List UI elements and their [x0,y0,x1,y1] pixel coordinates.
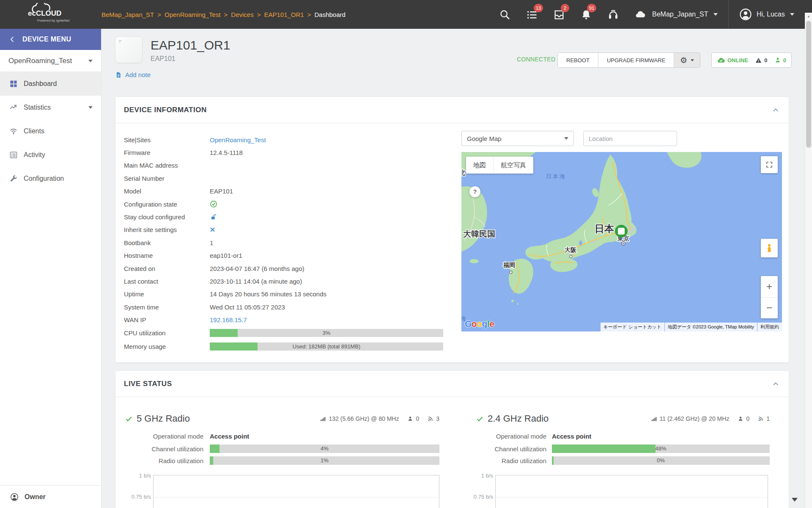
clients-count: 0 [783,57,786,64]
topbar-divider [728,0,729,29]
cloud-check-icon [717,56,725,64]
info-row: Serial Number [124,172,462,185]
site-selector[interactable]: OpenRoaming_Test [0,50,101,72]
map-help-button[interactable]: ? [469,186,480,197]
google-map[interactable]: 日本海 大韓民国 北 海 日本 東京 大阪 福岡 [461,152,782,331]
radio-5ghz-throughput-chart [153,475,439,508]
add-note-link[interactable]: Add note [115,71,151,78]
sidebar-item-activity[interactable]: Activity [0,143,101,167]
owner-label: Owner [25,493,46,501]
radio-channel-info: 11 (2.462 GHz) @ 20 MHz [660,415,730,422]
breadcrumb-link[interactable]: Devices [231,11,253,18]
google-logo[interactable]: Google [465,319,494,329]
radio-utilization-bar: 0% [552,456,770,465]
map-type-map-button[interactable]: 地図 [466,157,493,174]
unlock-icon[interactable] [210,213,217,221]
scrollbar-up-arrow-icon[interactable]: ▲ [805,13,812,20]
config-state-check-icon [210,200,217,208]
device-information-panel: DEVICE INFORMATION Site|SitesOpenRoaming… [115,97,789,363]
panel-title: DEVICE INFORMATION [124,106,207,114]
zoom-in-button[interactable]: + [761,276,778,298]
warning-triangle-icon [755,57,762,64]
sidebar-item-clients[interactable]: Clients [0,119,101,143]
breadcrumb-link[interactable]: EAP101_OR1 [264,11,304,18]
breadcrumb: BeMap_Japan_ST > OpenRoaming_Test > Devi… [102,0,346,29]
chevron-up-icon [772,106,779,114]
map-canvas: 日本海 大韓民国 北 海 日本 東京 大阪 福岡 [461,152,782,331]
device-menu-header[interactable]: DEVICE MENU [0,29,101,50]
eccloud-logo[interactable]: ecCLOUD Powered by IgniteNet [22,3,94,26]
memory-progress-text: Used: 182MB (total 891MB) [210,342,443,351]
info-row: System timeWed Oct 11 05:05:27 2023 [124,301,462,313]
chevron-down-icon [691,59,694,61]
task-list-badge: 13 [534,4,543,12]
pegman-button[interactable] [761,239,778,257]
radio-meta: 132 (5.66 GHz) @ 80 MHz 0 3 [320,415,439,422]
signal-bars-icon [320,416,326,422]
breadcrumb-link[interactable]: OpenRoaming_Test [165,11,221,18]
upgrade-firmware-button[interactable]: UPGRADE FIRMWARE [598,53,674,67]
terms-link[interactable]: 利用規約 [757,323,782,331]
keyboard-shortcuts-link[interactable]: キーボード ショートカット [601,323,664,331]
sidebar-item-dashboard[interactable]: Dashboard [0,72,101,96]
breadcrumb-link[interactable]: BeMap_Japan_ST [102,11,154,18]
logo-tagline: Powered by IgniteNet [37,19,70,22]
sidebar-item-owner[interactable]: Owner [0,485,101,508]
collapse-panel-button[interactable] [771,105,780,115]
user-greeting: Hi, Lucas [757,11,785,18]
caret-down-icon[interactable] [792,498,798,502]
owner-person-icon [10,493,19,501]
search-icon[interactable] [499,9,511,21]
sidebar-item-statistics[interactable]: Statistics [0,96,101,119]
page-scrollbar[interactable]: ▲ [805,13,812,508]
info-row: Inherit site settings [124,224,462,236]
device-location-marker[interactable] [615,225,628,237]
map-label-osaka: 大阪 [565,246,577,253]
memory-progress-bar: Used: 182MB (total 891MB) [210,342,443,351]
site-link[interactable]: OpenRoaming_Test [210,136,266,144]
operational-mode-row: Operational mode Access point [125,430,439,442]
logo-text: ecCLOUD [28,9,61,17]
collapse-panel-button[interactable] [771,379,780,389]
scrollbar-thumb[interactable] [806,21,811,148]
radio-clients-count: 0 [416,415,419,422]
map-provider-value: Google Map [467,135,502,142]
sidebar-item-configuration[interactable]: Configuration [0,167,101,190]
dashboard-icon [9,80,18,88]
info-row: WAN IP192.168.15.7 [124,313,462,326]
inbox-badge: 2 [561,4,569,12]
check-icon [476,415,483,422]
x-mark-icon[interactable] [210,227,215,232]
statistics-icon [9,103,18,112]
location-search-input[interactable] [589,135,673,142]
sidebar-item-label: Activity [24,151,45,159]
map-type-satellite-button[interactable]: 航空写真 [493,157,533,174]
breadcrumb-separator: > [257,11,261,18]
alerts-count: 0 [764,57,767,64]
map-label-korea: 大韓民国 [463,229,495,238]
chevron-up-icon [772,380,779,388]
reboot-button[interactable]: REBOOT [558,53,598,67]
wan-ip-link[interactable]: 192.168.15.7 [210,316,247,323]
chart-ytick: 0.75 b/s [441,494,493,500]
support-headset-icon[interactable] [607,9,619,21]
user-menu[interactable]: Hi, Lucas [739,0,794,29]
device-photo [115,36,143,63]
zoom-out-button[interactable]: − [761,298,778,319]
site-selector-label: OpenRoaming_Test [8,57,72,65]
fullscreen-button[interactable] [761,156,778,173]
map-provider-select[interactable]: Google Map [461,131,574,146]
channel-utilization-row: Channel utilization 4% [125,443,439,455]
radio-channel-info: 132 (5.66 GHz) @ 80 MHz [329,415,399,422]
device-model: EAP101 [151,55,176,63]
breadcrumb-separator: > [224,11,228,18]
operational-mode-value: Access point [210,433,249,440]
info-row: Main MAC address [124,159,462,172]
cloud-selector[interactable]: BeMap_Japan_ST [633,0,718,29]
panel-header: LIVE STATUS [115,371,789,397]
device-settings-button[interactable]: ⚙ [674,53,700,67]
activity-icon [9,151,18,159]
device-actions: REBOOT UPGRADE FIRMWARE ⚙ [557,52,700,68]
radio-utilization-bar: 1% [210,456,439,465]
channel-utilization-bar: 4% [210,444,439,453]
